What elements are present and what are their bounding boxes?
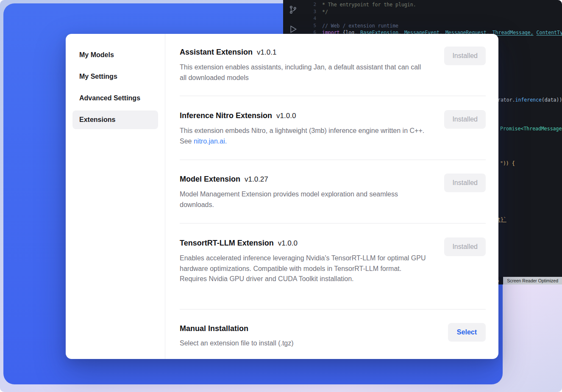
installed-button[interactable]: Installed xyxy=(444,110,486,129)
code-fragment-brace: ")) { xyxy=(500,160,515,166)
extension-row-model: Model Extensionv1.0.27 Model Management … xyxy=(180,174,486,210)
extension-title: Model Extensionv1.0.27 xyxy=(180,174,486,185)
installed-button[interactable]: Installed xyxy=(444,237,486,256)
row-divider xyxy=(180,96,486,96)
code-fragment-inference: rator.inference(data)); xyxy=(498,97,562,103)
extension-title: TensortRT-LLM Extensionv1.0.0 xyxy=(180,237,486,249)
code-import-token: ContentType xyxy=(537,30,562,36)
code-fragment-promise: Promise<ThreadMessage> xyxy=(500,126,562,132)
code-import-token: ThreadMessage, xyxy=(492,30,534,36)
editor-line-numbers: 2 3 4 5 6 xyxy=(305,1,316,36)
extension-description: Enables accelerated inference leveraging… xyxy=(180,253,428,284)
sidebar-item-extensions[interactable]: Extensions xyxy=(72,110,158,129)
code-text: rator. xyxy=(498,97,515,103)
extension-row-nitro: Inference Nitro Extensionv1.0.0 This ext… xyxy=(180,110,486,146)
source-control-icon[interactable] xyxy=(288,5,298,14)
run-debug-icon[interactable] xyxy=(288,25,298,34)
row-divider xyxy=(180,309,486,309)
row-divider xyxy=(180,223,486,224)
sidebar-item-my-models[interactable]: My Models xyxy=(72,46,158,64)
settings-sidebar: My Models My Settings Advanced Settings … xyxy=(66,34,165,359)
editor-code: * The entrypoint for the plugin. */ // W… xyxy=(322,1,562,36)
extension-title: Inference Nitro Extensionv1.0.0 xyxy=(180,110,486,121)
extension-version: v1.0.1 xyxy=(257,48,276,56)
desktop: 2 3 4 5 6 * The entrypoint for the plugi… xyxy=(0,0,562,392)
extension-row-tensorrt: TensortRT-LLM Extensionv1.0.0 Enables ac… xyxy=(180,237,486,284)
extension-version: v1.0.0 xyxy=(276,112,296,120)
extensions-panel: Assistant Extensionv1.0.1 This extension… xyxy=(165,34,498,359)
sidebar-item-my-settings[interactable]: My Settings xyxy=(72,67,158,86)
installed-button[interactable]: Installed xyxy=(444,174,486,192)
row-divider xyxy=(180,160,486,160)
code-comment-runtime: // Web / extension runtime xyxy=(322,23,398,29)
manual-installation-row: Manual Installation Select an extension … xyxy=(180,323,486,349)
extension-version: v1.0.27 xyxy=(245,175,268,183)
select-file-button[interactable]: Select xyxy=(448,323,486,342)
extension-name: Assistant Extension xyxy=(180,48,253,56)
nitro-jan-ai-link[interactable]: nitro.jan.ai. xyxy=(194,138,227,145)
extension-name: TensortRT-LLM Extension xyxy=(180,239,274,247)
extension-name: Inference Nitro Extension xyxy=(180,111,272,120)
extension-title: Assistant Extensionv1.0.1 xyxy=(180,47,486,58)
screen-reader-optimized-badge[interactable]: Screen Reader Optimized xyxy=(503,277,562,284)
extension-description: This extension enables assistants, inclu… xyxy=(180,62,428,83)
extension-description: Model Management Extension provides mode… xyxy=(180,189,428,210)
extension-name: Model Extension xyxy=(180,175,240,183)
installed-button[interactable]: Installed xyxy=(444,47,486,65)
extension-row-assistant: Assistant Extensionv1.0.1 This extension… xyxy=(180,47,486,83)
manual-installation-title: Manual Installation xyxy=(180,323,486,334)
code-fragment-template: t}` xyxy=(498,217,506,223)
sidebar-item-advanced-settings[interactable]: Advanced Settings xyxy=(72,89,158,108)
code-comment-end: */ xyxy=(322,9,328,15)
extension-version: v1.0.0 xyxy=(278,239,298,247)
extension-description: This extension embeds Nitro, a lightweig… xyxy=(180,126,428,146)
code-function: inference xyxy=(515,97,542,103)
settings-modal: My Models My Settings Advanced Settings … xyxy=(66,34,498,359)
manual-installation-description: Select an extension file to install (.tg… xyxy=(180,338,428,349)
code-text: (data)); xyxy=(542,97,562,103)
code-comment: * The entrypoint for the plugin. xyxy=(322,2,416,8)
